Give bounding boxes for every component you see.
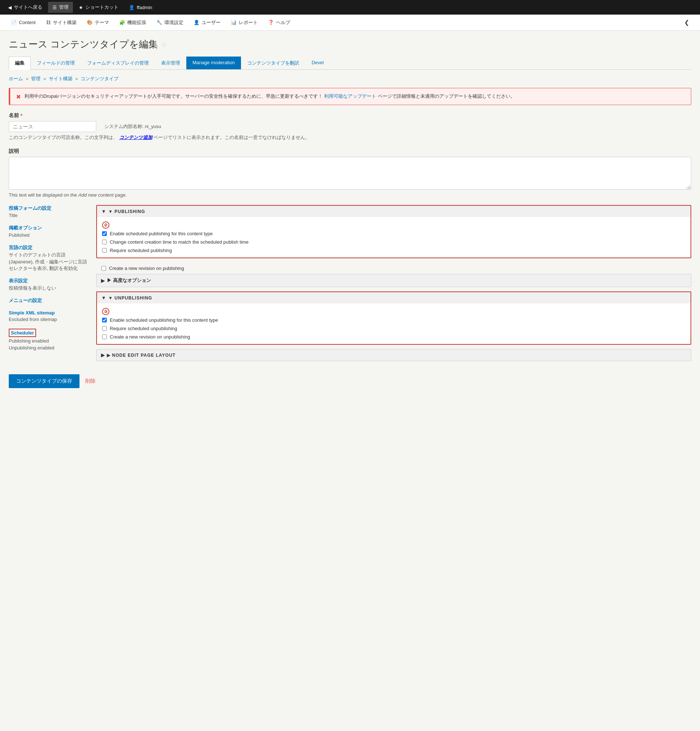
breadcrumb-admin[interactable]: 管理 — [31, 76, 41, 81]
checkbox-require-scheduled-publishing[interactable]: Require scheduled publishing — [102, 248, 685, 253]
unpublishing-toggle-icon: ▼ — [101, 295, 106, 301]
name-input[interactable] — [9, 121, 96, 132]
checkbox-enable-scheduled-unpublishing[interactable]: Enable scheduled unpublishing for this c… — [102, 317, 685, 323]
admin-menu-button[interactable]: ☰ 管理 — [48, 2, 73, 13]
favorite-icon[interactable]: ☆ — [161, 40, 167, 49]
page-title: ニュース コンテンツタイプを編集 ☆ — [9, 38, 691, 51]
checkbox-enable-scheduled-publishing-input[interactable] — [102, 231, 107, 236]
breadcrumb-home[interactable]: ホーム — [9, 76, 23, 81]
checkbox-require-scheduled-unpublishing[interactable]: Require scheduled unpublishing — [102, 326, 685, 331]
extend-icon: 🧩 — [119, 20, 125, 25]
description-label: 説明 — [9, 148, 691, 155]
checkbox-require-scheduled-unpublishing-input[interactable] — [102, 326, 107, 331]
circled-num-3: ③ — [102, 308, 109, 315]
tab-field-manage[interactable]: フィールドの管理 — [31, 57, 81, 69]
checkbox-create-revision-unpublishing-input[interactable] — [102, 335, 107, 339]
checkbox-revision-publishing-input[interactable] — [101, 266, 106, 271]
alert-link[interactable]: 利用可能なアップデート — [324, 93, 376, 99]
checkbox-create-revision-unpublishing[interactable]: Create a new revision on unpublishing — [102, 334, 685, 340]
publishing-checkboxes: Enable scheduled publishing for this con… — [102, 231, 685, 253]
checkbox-enable-scheduled-unpublishing-input[interactable] — [102, 318, 107, 323]
checkbox-require-scheduled-publishing-input[interactable] — [102, 248, 107, 253]
collapse-nav-button[interactable]: ❮ — [679, 15, 694, 31]
sidebar-desc-language-settings: サイトのデフォルトの言語 (Japanese), 作成・編集ページに言語セレクタ… — [9, 252, 89, 272]
sidebar-desc-display-settings: 投稿情報を表示しない — [9, 285, 89, 291]
alert-box: ✖ 利用中のDrupalバージョンのセキュリティーアップデートが入手可能です。サ… — [9, 88, 691, 105]
breadcrumb-content-types[interactable]: コンテンツタイプ — [81, 76, 119, 81]
nav-content[interactable]: 📄 Content — [6, 15, 41, 31]
settings-icon: 🔧 — [157, 20, 162, 25]
content-add-link[interactable]: コンテンツ追加 — [119, 135, 152, 140]
name-hint: このコンテンツタイプの可読名称。この文字列は、 コンテンツ追加 ページでリストに… — [9, 134, 691, 141]
delete-button[interactable]: 削除 — [85, 378, 95, 385]
publishing-section-header[interactable]: ▼ ▼ PUBLISHING — [97, 206, 691, 217]
sidebar-link-display-settings[interactable]: 表示設定 — [9, 278, 28, 283]
back-to-site-button[interactable]: ◀ サイトへ戻る — [4, 2, 47, 13]
menu-icon: ☰ — [53, 5, 57, 10]
breadcrumb-structure[interactable]: サイト構築 — [49, 76, 73, 81]
nav-help[interactable]: ❓ ヘルプ — [263, 15, 295, 31]
publishing-section: ▼ ▼ PUBLISHING ② Enable scheduled publis… — [96, 205, 691, 258]
nav-extend[interactable]: 🧩 機能拡張 — [114, 15, 151, 31]
top-bar: ◀ サイトへ戻る ☰ 管理 ★ ショートカット 👤 ffadmin — [0, 0, 700, 15]
sidebar-item-display-settings: 表示設定 投稿情報を表示しない — [9, 277, 89, 291]
user-icon: 👤 — [129, 5, 135, 10]
two-col-layout: 投稿フォームの設定 Title 掲載オプション Published 言語の設定 … — [9, 205, 691, 366]
nav-settings[interactable]: 🔧 環境設定 — [151, 15, 189, 31]
user-button[interactable]: 👤 ffadmin — [124, 3, 157, 12]
sidebar-link-submission-form[interactable]: 投稿フォームの設定 — [9, 206, 51, 211]
sidebar-link-language-settings[interactable]: 言語の設定 — [9, 245, 32, 250]
unpublishing-section-header[interactable]: ▼ ▼ UNPUBLISHING — [97, 292, 691, 304]
description-field-section: 説明 This text will be displayed on the Ad… — [9, 148, 691, 198]
sidebar-link-menu-settings[interactable]: メニューの設定 — [9, 298, 42, 303]
system-name-label: システム内部名称: ni_yusu — [104, 123, 161, 130]
sidebar-link-scheduler[interactable]: Scheduler — [9, 329, 36, 337]
checkbox-revision-publishing[interactable]: Create a new revision on publishing — [101, 266, 184, 271]
sidebar-item-language-settings: 言語の設定 サイトのデフォルトの言語 (Japanese), 作成・編集ページに… — [9, 244, 89, 272]
advanced-options-header[interactable]: ▶ ▶ 高度なオプション — [97, 274, 691, 287]
secondary-nav: 📄 Content ⛓ サイト構築 🎨 テーマ 🧩 機能拡張 🔧 環境設定 👤 … — [0, 15, 700, 31]
users-icon: 👤 — [193, 20, 199, 25]
tab-form-display[interactable]: フォームディスプレイの管理 — [81, 57, 155, 69]
node-edit-section: ▶ ▶ NODE EDIT PAGE LAYOUT — [96, 349, 691, 361]
sidebar-item-scheduler: Scheduler Publishing enabled Unpublishin… — [9, 329, 89, 351]
tab-manage-moderation[interactable]: Manage moderation — [186, 57, 241, 69]
publishing-toggle-icon: ▼ — [101, 208, 106, 214]
node-edit-section-header[interactable]: ▶ ▶ NODE EDIT PAGE LAYOUT — [97, 349, 691, 361]
tab-display[interactable]: 表示管理 — [155, 57, 186, 69]
tab-edit[interactable]: 編集 — [9, 57, 31, 70]
tab-devel[interactable]: Devel — [306, 57, 330, 69]
main-content: ▼ ▼ PUBLISHING ② Enable scheduled publis… — [96, 205, 691, 366]
action-bar: コンテンツタイプの保存 削除 — [9, 374, 691, 388]
sidebar-item-submission-form: 投稿フォームの設定 Title — [9, 205, 89, 219]
advanced-options-section: ▶ ▶ 高度なオプション — [96, 274, 691, 287]
sidebar-link-publishing-options[interactable]: 掲載オプション — [9, 225, 42, 230]
checkbox-change-creation-time[interactable]: Change content creation time to match th… — [102, 239, 685, 245]
revision-row: Create a new revision on publishing — [96, 263, 691, 274]
sidebar-item-simple-xml-sitemap: Simple XML sitemap Excluded from sitemap — [9, 310, 89, 323]
sidebar-link-simple-xml-sitemap[interactable]: Simple XML sitemap — [9, 310, 55, 316]
error-icon: ✖ — [16, 93, 21, 100]
required-indicator: * — [21, 113, 22, 119]
circled-num-2: ② — [102, 222, 109, 229]
save-button[interactable]: コンテンツタイプの保存 — [9, 374, 79, 388]
node-edit-expand-icon: ▶ — [101, 352, 105, 358]
nav-theme[interactable]: 🎨 テーマ — [82, 15, 114, 31]
page-content: ニュース コンテンツタイプを編集 ☆ 編集 フィールドの管理 フォームディスプレ… — [0, 31, 700, 731]
tab-translate[interactable]: コンテンツタイプを翻訳 — [241, 57, 306, 69]
description-textarea[interactable] — [9, 157, 691, 190]
nav-site-structure[interactable]: ⛓ サイト構築 — [41, 15, 82, 31]
sidebar-desc-simple-xml-sitemap: Excluded from sitemap — [9, 316, 89, 323]
back-icon: ◀ — [8, 5, 12, 10]
checkbox-enable-scheduled-publishing[interactable]: Enable scheduled publishing for this con… — [102, 231, 685, 236]
content-icon: 📄 — [11, 20, 17, 25]
nav-reports[interactable]: 📊 レポート — [226, 15, 263, 31]
unpublishing-checkboxes: Enable scheduled unpublishing for this c… — [102, 317, 685, 340]
shortcut-button[interactable]: ★ ショートカット — [75, 2, 123, 13]
checkbox-change-creation-time-input[interactable] — [102, 240, 107, 244]
reports-icon: 📊 — [231, 20, 237, 25]
textarea-resize-handle[interactable] — [685, 184, 690, 189]
name-field-section: 名前 * システム内部名称: ni_yusu このコンテンツタイプの可読名称。こ… — [9, 112, 691, 141]
sidebar-desc-publishing-options: Published — [9, 232, 89, 239]
nav-users[interactable]: 👤 ユーザー — [189, 15, 226, 31]
